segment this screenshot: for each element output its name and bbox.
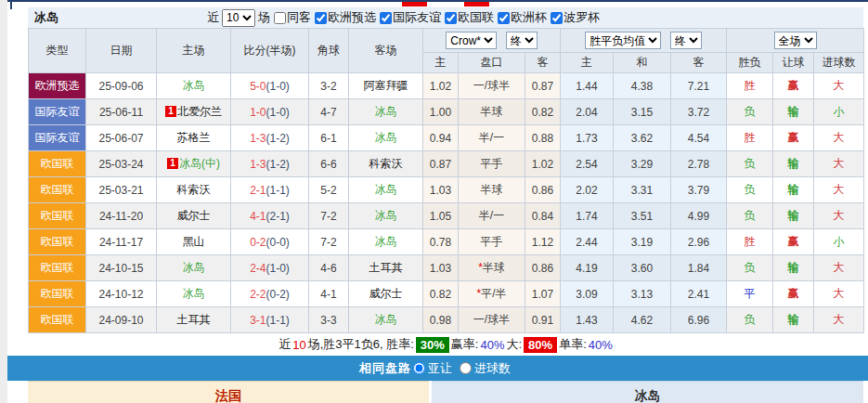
- cell-handicap-home-odds: 1.05: [423, 203, 459, 229]
- europe-stage-select[interactable]: 终: [670, 32, 702, 49]
- cell-result-goals: 大: [814, 203, 864, 229]
- score-fulltime: 5-0: [250, 80, 266, 93]
- home-team-name[interactable]: 冰岛: [183, 287, 205, 300]
- cell-europe-home-odds: 1.73: [561, 125, 614, 151]
- cell-handicap-line: 半/一: [459, 203, 525, 229]
- filter-nations-league[interactable]: 欧国联: [445, 9, 494, 26]
- away-team-name[interactable]: 冰岛: [375, 131, 397, 144]
- away-team-name[interactable]: 科索沃: [369, 157, 403, 170]
- away-team-name[interactable]: 冰岛: [375, 313, 397, 326]
- table-row: 欧国联 24-11-20 威尔士 4-1(2-1) 7-2 冰岛 1.05 半/…: [29, 203, 864, 229]
- filter-baltic-cup-checkbox[interactable]: [551, 12, 563, 24]
- filter-same-away-checkbox[interactable]: [274, 12, 286, 24]
- pattern-radio-group: 亚让进球数: [411, 360, 516, 377]
- cell-away-team: 阿塞拜疆: [349, 73, 423, 99]
- cell-result-wdl: 负: [727, 307, 773, 333]
- single-rate-value: 40%: [589, 338, 613, 352]
- cell-europe-draw-odds: 3.15: [614, 99, 671, 125]
- cell-date: 24-11-20: [86, 203, 157, 229]
- content-area: 冰岛 近 10 场 同客欧洲预选国际友谊欧国联欧洲杯波罗杯 类型 日期: [7, 0, 868, 403]
- away-team-name[interactable]: 阿塞拜疆: [364, 79, 408, 92]
- score-halftime: (1-2): [266, 158, 290, 171]
- cell-handicap-line: *半球: [459, 255, 525, 281]
- table-row: 国际友谊 25-06-07 苏格兰 1-3(1-2) 6-1 冰岛 0.94 半…: [29, 125, 864, 151]
- europe-odds-type-select[interactable]: 胜平负均值: [585, 32, 661, 49]
- cell-handicap-home-odds: 0.82: [423, 281, 459, 307]
- cell-competition-type: 欧国联: [29, 307, 86, 333]
- away-team-name[interactable]: 冰岛: [375, 105, 397, 118]
- cell-result-wdl: 胜: [727, 229, 773, 255]
- filter-international-friendly[interactable]: 国际友谊: [380, 9, 441, 26]
- cell-date: 25-09-06: [86, 73, 157, 99]
- filter-nations-league-checkbox[interactable]: [445, 12, 457, 24]
- filter-europe-qualifiers-label: 欧洲预选: [328, 9, 376, 26]
- score-fulltime: 2-2: [250, 288, 266, 301]
- filter-europe-qualifiers-checkbox[interactable]: [315, 12, 327, 24]
- home-team-name[interactable]: 北爱尔兰: [177, 105, 222, 118]
- cell-handicap-line: *平/半: [459, 281, 525, 307]
- handicap-line-text: 一/球半: [473, 313, 510, 326]
- score-halftime: (1-1): [266, 184, 290, 197]
- cell-handicap-home-odds: 0.78: [423, 229, 459, 255]
- home-team-name[interactable]: 苏格兰: [177, 131, 211, 144]
- pattern-option-goals-count[interactable]: 进球数: [460, 360, 511, 377]
- home-team-name[interactable]: 威尔士: [177, 209, 211, 222]
- handicap-line-text: 平手: [481, 235, 503, 248]
- cell-europe-home-odds: 4.19: [561, 255, 614, 281]
- filter-european-cup-checkbox[interactable]: [498, 12, 510, 24]
- match-history-page: 冰岛 近 10 场 同客欧洲预选国际友谊欧国联欧洲杯波罗杯 类型 日期: [0, 0, 868, 403]
- away-team-name[interactable]: 土耳其: [369, 261, 403, 274]
- subheader-handicap-home: 主: [423, 53, 459, 73]
- home-team-name[interactable]: 黑山: [183, 235, 205, 248]
- away-team-name[interactable]: 冰岛: [375, 209, 397, 222]
- filter-baltic-cup[interactable]: 波罗杯: [551, 9, 600, 26]
- cell-europe-away-odds: 3.72: [671, 99, 727, 125]
- cell-europe-away-odds: 7.21: [671, 73, 727, 99]
- handicap-stage-select[interactable]: 终: [506, 32, 538, 49]
- home-rank-badge: 1: [165, 106, 176, 117]
- cell-result-wdl: 负: [727, 151, 773, 177]
- match-scope-select[interactable]: 全场: [774, 32, 817, 49]
- score-fulltime: 2-1: [250, 184, 266, 197]
- cell-handicap-line: 一/球半: [459, 307, 525, 333]
- cell-result-handicap: 输: [773, 255, 814, 281]
- away-team-name[interactable]: 威尔士: [369, 287, 403, 300]
- header-score: 比分(半场): [231, 29, 309, 73]
- handicap-line-text: 半球: [483, 261, 505, 274]
- cell-result-goals: 大: [814, 177, 864, 203]
- cell-date: 25-06-07: [86, 125, 157, 151]
- top-cutoff-red-fragment-1: [402, 2, 427, 6]
- home-team-name[interactable]: 土耳其: [177, 313, 211, 326]
- bottom-panels: 法国 冰岛: [28, 381, 863, 403]
- cell-score: 1-3(1-2): [231, 125, 309, 151]
- cell-date: 25-03-24: [86, 151, 157, 177]
- away-team-name[interactable]: 冰岛: [375, 235, 397, 248]
- cell-europe-away-odds: 6.96: [671, 307, 727, 333]
- cell-corners: 7-2: [309, 229, 349, 255]
- pattern-radio-goals-count[interactable]: [460, 362, 472, 374]
- filter-european-cup[interactable]: 欧洲杯: [498, 9, 547, 26]
- match-count-select[interactable]: 10: [222, 9, 255, 27]
- cell-score: 3-1(1-1): [231, 307, 309, 333]
- home-team-name[interactable]: 冰岛(中): [179, 157, 220, 170]
- home-team-name[interactable]: 科索沃: [177, 183, 211, 196]
- filter-international-friendly-checkbox[interactable]: [380, 12, 392, 24]
- cell-handicap-home-odds: 0.94: [423, 125, 459, 151]
- home-team-name[interactable]: 冰岛: [183, 261, 205, 274]
- win-rate-badge: 30%: [416, 337, 449, 353]
- pattern-option-asian-handicap[interactable]: 亚让: [413, 360, 452, 377]
- cell-date: 24-09-10: [86, 307, 157, 333]
- cell-away-team: 科索沃: [349, 151, 423, 177]
- pattern-radio-asian-handicap[interactable]: [413, 362, 425, 374]
- handicap-company-select[interactable]: Crow*: [446, 32, 497, 49]
- table-row: 国际友谊 25-06-11 1北爱尔兰 1-0(1-0) 4-7 冰岛 1.00…: [29, 99, 864, 125]
- cell-europe-away-odds: 2.41: [671, 281, 727, 307]
- header-select-row: 类型 日期 主场 比分(半场) 角球 客场 Crow* 终: [29, 29, 864, 53]
- table-row: 欧国联 24-10-15 冰岛 2-4(1-0) 4-6 土耳其 1.03 *半…: [29, 255, 864, 281]
- away-team-name[interactable]: 冰岛: [375, 183, 397, 196]
- filter-europe-qualifiers[interactable]: 欧洲预选: [315, 9, 376, 26]
- cell-handicap-home-odds: 0.98: [423, 307, 459, 333]
- table-row: 欧国联 25-03-21 科索沃 2-1(1-1) 5-2 冰岛 1.03 半球…: [29, 177, 864, 203]
- filter-same-away[interactable]: 同客: [274, 9, 311, 26]
- home-team-name[interactable]: 冰岛: [183, 79, 205, 92]
